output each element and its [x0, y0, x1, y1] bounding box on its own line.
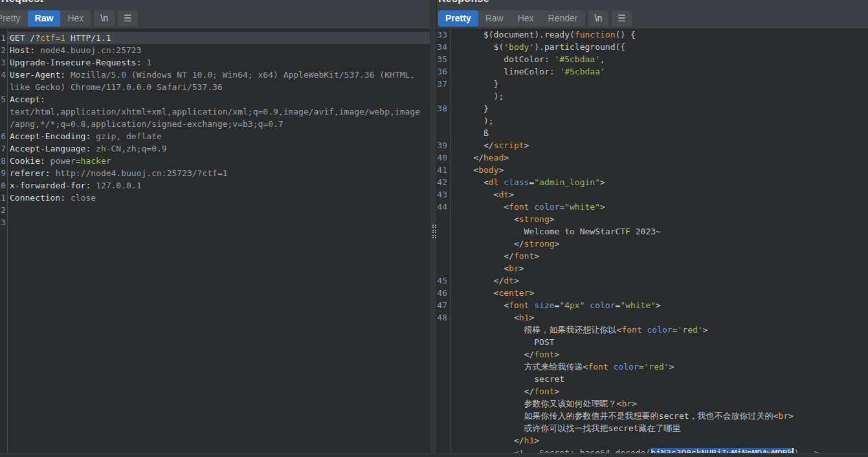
token: br — [621, 399, 632, 408]
panel-splitter[interactable] — [430, 0, 437, 457]
code-line[interactable]: </font> — [437, 385, 868, 397]
token: font — [509, 202, 529, 212]
code-line[interactable]: <strong> — [437, 213, 868, 225]
line-number: 3 — [1, 56, 6, 69]
token: font — [621, 325, 641, 335]
code-text: <center> — [451, 287, 868, 299]
code-line[interactable]: <!-- Secret: base64_decode(bjN3c3Q0ckNUR… — [437, 447, 868, 453]
code-line[interactable]: 12 — [0, 204, 430, 216]
tab-hex[interactable]: Hex — [60, 10, 91, 27]
code-line[interactable]: ); — [437, 115, 868, 127]
response-menu-button[interactable]: ☰ — [612, 10, 632, 27]
token: strong — [519, 214, 550, 224]
code-line[interactable]: 40 </head> — [437, 151, 868, 164]
code-line[interactable]: <br> — [437, 262, 868, 274]
code-text: </font> — [451, 385, 868, 397]
tab-render[interactable]: Render — [541, 10, 585, 27]
code-line[interactable]: 13 — [0, 216, 430, 229]
code-line[interactable]: 45 </dt> — [437, 274, 868, 287]
code-line[interactable]: 5Accept: — [0, 93, 430, 106]
line-number: 48 — [437, 311, 447, 324]
code-line[interactable]: 10x-forwarded-for: 127.0.0.1 — [0, 179, 430, 192]
code-text: x-forwarded-for: 127.0.0.1 — [7, 179, 430, 192]
response-tab-bar: PrettyRawHexRender \n ☰ — [438, 10, 632, 27]
code-line[interactable]: 6Accept-Encoding: gzip, deflate — [0, 130, 430, 142]
code-line[interactable]: 42 <dl class="admin_login"> — [437, 176, 868, 188]
request-editor[interactable]: 1GET /?ctf=1 HTTP/1.12Host: node4.buuoj.… — [0, 28, 430, 453]
code-line[interactable]: 11Connection: close — [0, 192, 430, 204]
token: ); — [453, 91, 504, 101]
code-line[interactable]: 1GET /?ctf=1 HTTP/1.1 — [0, 32, 430, 44]
code-line[interactable]: 47 <font size="4px" color="white"> — [437, 299, 868, 311]
code-line[interactable]: 37 } — [437, 78, 868, 90]
line-number: 42 — [437, 176, 447, 188]
code-text: secret — [451, 373, 868, 385]
code-line[interactable]: 方式来给我传递<font color='red'> — [437, 361, 868, 373]
token: () { — [615, 30, 635, 39]
code-text: Accept: — [7, 93, 430, 106]
token: node4.buuoj.cn:25723 — [35, 45, 141, 55]
request-newline-toggle[interactable]: \n — [94, 10, 115, 27]
tab-pretty[interactable]: Pretty — [0, 10, 28, 27]
code-line[interactable]: 38 } — [437, 102, 868, 115]
code-line[interactable]: </h1> — [437, 434, 868, 447]
code-line[interactable]: 7Accept-Language: zh-CN,zh;q=0.9 — [0, 142, 430, 155]
token: font — [514, 251, 534, 261]
request-tab-bar: PrettyRawHex \n ☰ — [0, 10, 138, 27]
code-line[interactable]: </font> — [437, 250, 868, 262]
line-number-gutter: 40 — [437, 151, 451, 164]
request-menu-button[interactable]: ☰ — [118, 10, 138, 27]
code-line[interactable]: 48 <h1> — [437, 311, 868, 324]
code-line[interactable]: 8Cookie: power=hacker — [0, 155, 430, 167]
code-line[interactable]: 46 <center> — [437, 287, 868, 299]
token: secret — [453, 374, 564, 384]
tab-hex[interactable]: Hex — [511, 10, 541, 27]
code-line[interactable]: </font> — [437, 348, 868, 361]
code-line[interactable]: 35 dotColor: '#5cbdaa', — [437, 53, 868, 65]
code-line[interactable]: 参数你又该如何处理呢？<br> — [437, 397, 868, 410]
line-number-gutter — [0, 106, 7, 118]
code-line[interactable]: like Gecko) Chrome/117.0.0.0 Safari/537.… — [0, 81, 430, 93]
response-editor[interactable]: 33 $(document).ready(function() {34 $('b… — [437, 28, 868, 453]
code-line[interactable]: 39 </script> — [437, 139, 868, 151]
code-line[interactable]: ); — [437, 90, 868, 102]
code-line[interactable]: 很棒，如果我还想让你以<font color='red'> — [437, 324, 868, 336]
code-line[interactable]: POST — [437, 336, 868, 348]
code-line[interactable]: secret — [437, 373, 868, 385]
code-line[interactable]: </strong> — [437, 238, 868, 250]
token: function — [575, 30, 616, 39]
code-line[interactable]: ß — [437, 127, 868, 139]
token: Accept-Encoding: — [10, 131, 91, 141]
code-text: Accept-Encoding: gzip, deflate — [7, 130, 430, 142]
code-text: <strong> — [451, 213, 868, 225]
code-line[interactable]: 44 <font color="white"> — [437, 201, 868, 213]
line-number-gutter — [437, 336, 451, 348]
code-line[interactable]: 36 lineColor: '#5cbdaa' — [437, 65, 868, 78]
code-line[interactable]: 41 <body> — [437, 164, 868, 176]
code-text: Welcome to NewStarCTF 2023~ — [451, 225, 868, 238]
code-line[interactable]: text/html,application/xhtml+xml,applicat… — [0, 106, 430, 118]
code-line[interactable]: 或许你可以找一找我把secret藏在了哪里 — [437, 422, 868, 434]
tab-pretty[interactable]: Pretty — [438, 10, 478, 27]
code-line[interactable]: Welcome to NewStarCTF 2023~ — [437, 225, 868, 238]
token: br — [778, 411, 788, 421]
code-line[interactable]: 2Host: node4.buuoj.cn:25723 — [0, 44, 430, 56]
code-text: 很棒，如果我还想让你以<font color='red'> — [451, 324, 868, 336]
line-number-gutter — [437, 373, 451, 385]
code-line[interactable]: 33 $(document).ready(function() { — [437, 28, 868, 41]
code-line[interactable]: 如果你传入的参数值并不是我想要的secret，我也不会放你过关的<br> — [437, 410, 868, 422]
tab-raw[interactable]: Raw — [28, 10, 61, 27]
code-line[interactable]: 3Upgrade-Insecure-Requests: 1 — [0, 56, 430, 69]
code-line[interactable]: 34 $('body').particleground({ — [437, 41, 868, 53]
line-number-gutter: 11 — [0, 192, 7, 204]
response-newline-toggle[interactable]: \n — [588, 10, 609, 27]
code-line[interactable]: 43 <dt> — [437, 188, 868, 201]
code-line[interactable]: 9referer: http://node4.buuoj.cn:25723/?c… — [0, 167, 430, 179]
line-number-gutter: 3 — [0, 56, 7, 69]
token: color — [614, 362, 639, 372]
tab-raw[interactable]: Raw — [478, 10, 511, 27]
line-number: 34 — [437, 41, 447, 53]
code-line[interactable]: /apng,*/*;q=0.8,application/signed-excha… — [0, 118, 430, 130]
line-number: 43 — [437, 188, 447, 201]
code-line[interactable]: 4User-Agent: Mozilla/5.0 (Windows NT 10.… — [0, 69, 430, 81]
